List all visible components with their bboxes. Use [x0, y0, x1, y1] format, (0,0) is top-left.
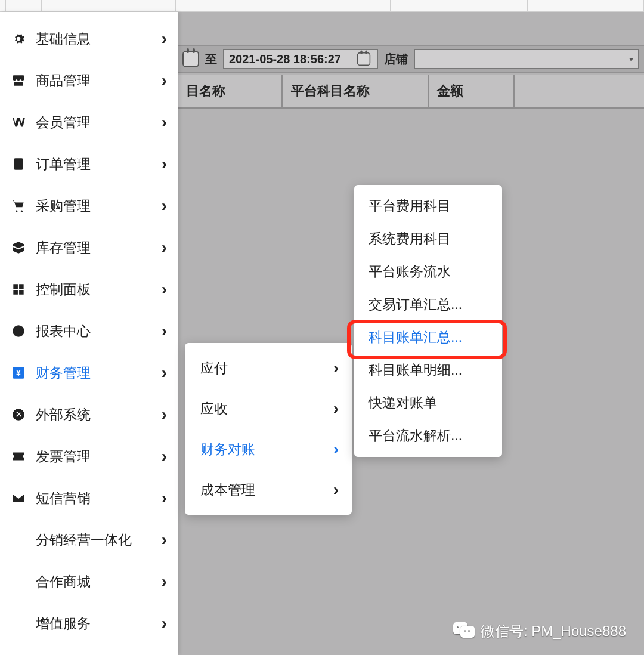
sidebar-item-purchase[interactable]: 采购管理 ›: [0, 185, 178, 227]
filter-bar: 至 2021-05-28 18:56:27 店铺 ▾: [178, 45, 644, 73]
sidebar-sub-distribution[interactable]: 分销经营一体化 ›: [0, 519, 178, 561]
clipboard-icon: [11, 156, 26, 172]
sidebar-item-label: 财务管理: [36, 364, 162, 382]
submenu-receivable[interactable]: 应收 ›: [185, 388, 352, 429]
pie-chart-icon: [11, 323, 26, 339]
chevron-right-icon: ›: [162, 447, 167, 466]
sidebar-item-label: 发票管理: [36, 447, 162, 466]
calendar-icon[interactable]: [182, 51, 199, 67]
sidebar-item-basic-info[interactable]: 基础信息 ›: [0, 18, 178, 60]
sidebar-item-inventory[interactable]: 库存管理 ›: [0, 227, 178, 268]
chevron-right-icon: ›: [162, 238, 167, 257]
store-label: 店铺: [384, 51, 408, 67]
chevron-right-icon: ›: [333, 359, 339, 378]
ticket-icon: [11, 449, 26, 464]
sidebar-item-label: 采购管理: [36, 197, 162, 215]
reconciliation-submenu: 平台费用科目 系统费用科目 平台账务流水 交易订单汇总... 科目账单汇总...…: [354, 185, 502, 457]
sidebar-sub-label: 增值服务: [36, 614, 162, 633]
chevron-right-icon: ›: [162, 530, 167, 549]
submenu-cost[interactable]: 成本管理 ›: [185, 469, 352, 510]
sidebar-item-dashboard[interactable]: 控制面板 ›: [0, 268, 178, 310]
chevron-right-icon: ›: [162, 322, 167, 341]
header-col-subject-name[interactable]: 目名称: [178, 75, 283, 107]
shop-icon: [11, 73, 26, 88]
sidebar-item-sms[interactable]: 短信营销 ›: [0, 477, 178, 519]
vip-icon: [11, 115, 26, 130]
submenu-reconciliation[interactable]: 财务对账 ›: [185, 429, 352, 469]
sidebar-item-label: 会员管理: [36, 113, 162, 132]
sidebar-sub-label: 合作商城: [36, 573, 162, 591]
chevron-right-icon: ›: [333, 480, 339, 499]
sidebar-item-label: 基础信息: [36, 30, 162, 48]
chevron-right-icon: ›: [162, 280, 167, 299]
sidebar-item-order[interactable]: 订单管理 ›: [0, 143, 178, 185]
sidebar-item-invoice[interactable]: 发票管理 ›: [0, 435, 178, 477]
chevron-right-icon: ›: [333, 440, 339, 459]
chevron-right-icon: ›: [162, 71, 167, 90]
mail-icon: [11, 490, 26, 506]
submenu2-platform-account-flow[interactable]: 平台账务流水: [354, 255, 502, 288]
submenu2-platform-flow-parse[interactable]: 平台流水解析...: [354, 419, 502, 452]
table-header-row: 目名称 平台科目名称 金额: [178, 75, 644, 109]
finance-submenu: 应付 › 应收 › 财务对账 › 成本管理 ›: [185, 343, 352, 515]
chevron-right-icon: ›: [162, 572, 167, 591]
grid-icon: [11, 282, 26, 297]
calendar-icon[interactable]: [357, 52, 370, 66]
sidebar-item-label: 订单管理: [36, 155, 162, 174]
yen-icon: ¥: [11, 365, 26, 381]
gear-icon: [11, 31, 26, 47]
sidebar-item-label: 控制面板: [36, 280, 162, 299]
chevron-right-icon: ›: [162, 155, 167, 174]
chevron-right-icon: ›: [162, 614, 167, 633]
sidebar-item-external[interactable]: 外部系统 ›: [0, 394, 178, 435]
sidebar-item-member[interactable]: 会员管理 ›: [0, 101, 178, 143]
sidebar-item-label: 外部系统: [36, 406, 162, 424]
sidebar-item-label: 商品管理: [36, 72, 162, 90]
chevron-right-icon: ›: [162, 405, 167, 424]
sidebar-item-label: 报表中心: [36, 322, 162, 341]
chevron-right-icon: ›: [162, 363, 167, 382]
submenu2-platform-fee-subject[interactable]: 平台费用科目: [354, 190, 502, 223]
watermark: 微信号: PM_House888: [453, 622, 626, 641]
submenu2-subject-bill-summary[interactable]: 科目账单汇总...: [354, 321, 502, 354]
submenu2-express-reconcile[interactable]: 快递对账单: [354, 387, 502, 419]
box-icon: [11, 240, 26, 255]
header-col-amount[interactable]: 金额: [429, 75, 515, 107]
top-tab-strip: [0, 0, 644, 12]
cart-icon: [11, 198, 26, 214]
header-col-empty: [515, 75, 644, 107]
main-sidebar: 基础信息 › 商品管理 › 会员管理 › 订单管理 › 采购管理 › 库存管理 …: [0, 12, 178, 655]
sidebar-item-finance[interactable]: ¥ 财务管理 ›: [0, 352, 178, 394]
header-col-platform-subject[interactable]: 平台科目名称: [283, 75, 429, 107]
chevron-down-icon: ▾: [629, 54, 633, 64]
store-select[interactable]: ▾: [414, 49, 639, 69]
submenu2-system-fee-subject[interactable]: 系统费用科目: [354, 223, 502, 255]
sidebar-sub-vas[interactable]: 增值服务 ›: [0, 603, 178, 644]
chevron-right-icon: ›: [162, 29, 167, 48]
date-value: 2021-05-28 18:56:27: [229, 52, 341, 66]
date-to-field[interactable]: 2021-05-28 18:56:27: [223, 49, 378, 69]
sidebar-item-label: 短信营销: [36, 489, 162, 508]
submenu2-trade-order-summary[interactable]: 交易订单汇总...: [354, 288, 502, 321]
sidebar-sub-label: 分销经营一体化: [36, 531, 162, 549]
link-icon: [11, 407, 26, 422]
sidebar-item-reports[interactable]: 报表中心 ›: [0, 310, 178, 352]
svg-text:¥: ¥: [16, 368, 21, 378]
wechat-icon: [453, 622, 475, 640]
chevron-right-icon: ›: [333, 399, 339, 418]
sidebar-item-label: 库存管理: [36, 239, 162, 257]
to-label: 至: [205, 51, 217, 67]
chevron-right-icon: ›: [162, 489, 167, 508]
sidebar-item-goods[interactable]: 商品管理 ›: [0, 60, 178, 101]
chevron-right-icon: ›: [162, 113, 167, 132]
watermark-text: 微信号: PM_House888: [481, 622, 626, 641]
submenu-payable[interactable]: 应付 ›: [185, 348, 352, 388]
sidebar-sub-mall[interactable]: 合作商城 ›: [0, 561, 178, 603]
submenu2-subject-bill-detail[interactable]: 科目账单明细...: [354, 354, 502, 387]
chevron-right-icon: ›: [162, 196, 167, 215]
